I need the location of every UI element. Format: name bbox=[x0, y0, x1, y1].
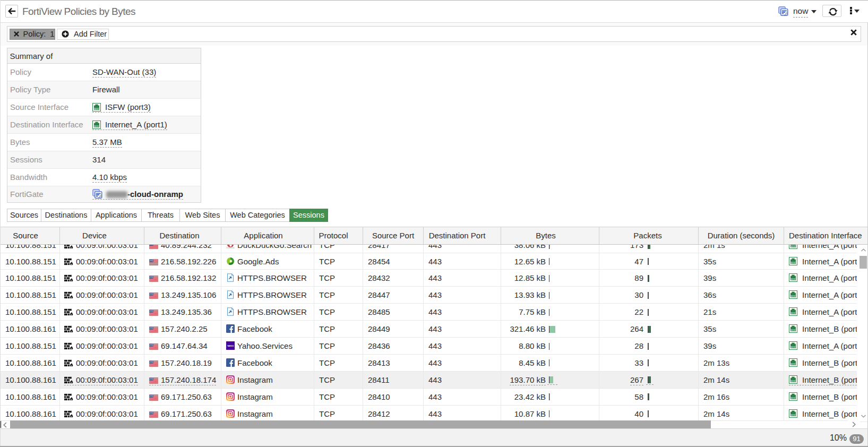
svg-text:YAHOO: YAHOO bbox=[227, 345, 234, 347]
svg-text:DuckDuckGo: DuckDuckGo bbox=[226, 247, 235, 249]
